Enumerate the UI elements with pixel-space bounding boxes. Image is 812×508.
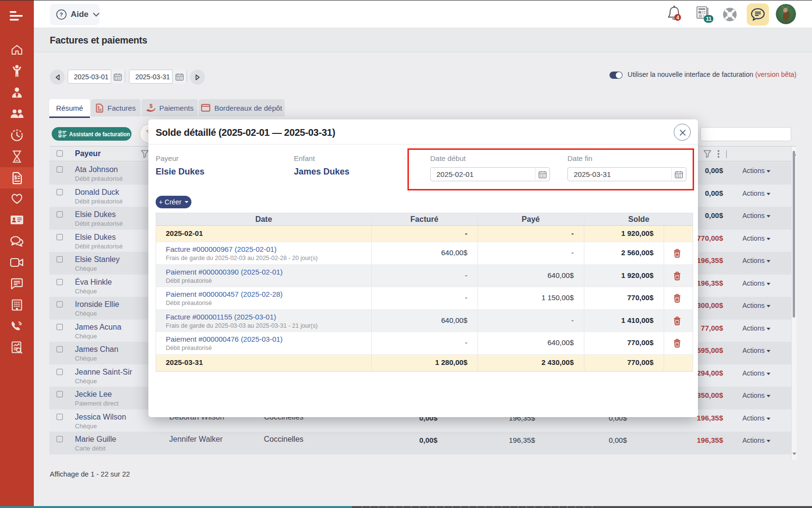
svg-text:$: $ [14,174,17,180]
svg-text:$: $ [98,105,100,109]
svg-text:4: 4 [677,15,680,20]
svg-text:11: 11 [706,16,712,22]
svg-text:?: ? [59,12,63,17]
svg-text:$: $ [149,103,153,109]
